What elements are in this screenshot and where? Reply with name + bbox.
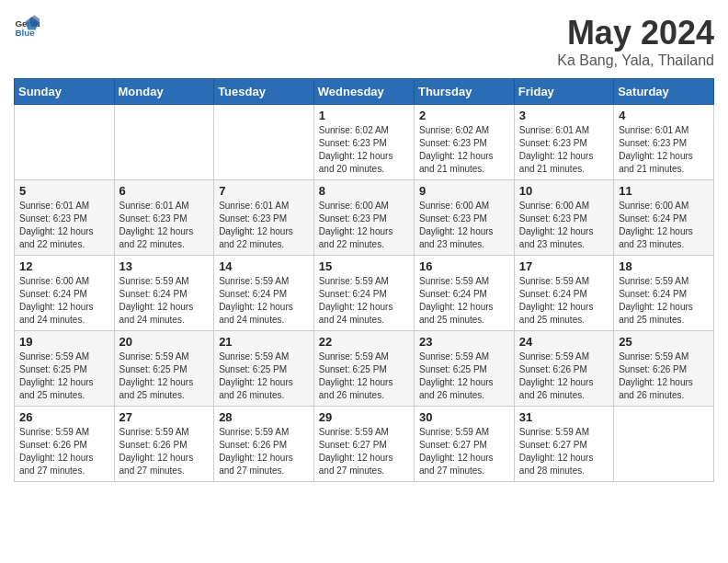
day-number: 28 — [219, 410, 309, 424]
day-info: Sunrise: 5:59 AMSunset: 6:26 PMDaylight:… — [119, 426, 210, 477]
day-number: 19 — [19, 335, 109, 349]
title-block: May 2024 Ka Bang, Yala, Thailand — [557, 14, 714, 69]
calendar-cell: 17Sunrise: 5:59 AMSunset: 6:24 PMDayligh… — [514, 256, 613, 331]
location-title: Ka Bang, Yala, Thailand — [557, 52, 714, 69]
day-number: 26 — [19, 410, 109, 424]
day-info: Sunrise: 5:59 AMSunset: 6:25 PMDaylight:… — [119, 350, 210, 402]
calendar-cell: 25Sunrise: 5:59 AMSunset: 6:26 PMDayligh… — [614, 331, 714, 407]
day-number: 11 — [619, 184, 709, 198]
day-info: Sunrise: 6:01 AMSunset: 6:23 PMDaylight:… — [19, 200, 109, 251]
logo: General Blue — [14, 14, 40, 40]
day-number: 23 — [419, 335, 509, 349]
day-number: 8 — [319, 184, 409, 198]
calendar-cell: 3Sunrise: 6:01 AMSunset: 6:23 PMDaylight… — [514, 105, 613, 180]
day-info: Sunrise: 6:00 AMSunset: 6:23 PMDaylight:… — [519, 200, 609, 251]
calendar-cell: 2Sunrise: 6:02 AMSunset: 6:23 PMDaylight… — [414, 105, 514, 180]
calendar-cell: 24Sunrise: 5:59 AMSunset: 6:26 PMDayligh… — [514, 331, 613, 407]
day-number: 3 — [519, 109, 609, 122]
day-header-wednesday: Wednesday — [313, 79, 414, 105]
day-info: Sunrise: 5:59 AMSunset: 6:27 PMDaylight:… — [519, 426, 609, 477]
day-number: 31 — [519, 410, 609, 424]
calendar-table: SundayMondayTuesdayWednesdayThursdayFrid… — [14, 78, 714, 482]
day-number: 2 — [419, 109, 509, 122]
calendar-cell: 13Sunrise: 5:59 AMSunset: 6:24 PMDayligh… — [114, 256, 214, 331]
day-info: Sunrise: 6:00 AMSunset: 6:24 PMDaylight:… — [619, 200, 709, 251]
calendar-week-row: 1Sunrise: 6:02 AMSunset: 6:23 PMDaylight… — [15, 105, 714, 180]
calendar-cell: 5Sunrise: 6:01 AMSunset: 6:23 PMDaylight… — [15, 180, 115, 256]
day-info: Sunrise: 5:59 AMSunset: 6:27 PMDaylight:… — [319, 426, 409, 477]
day-number: 1 — [319, 109, 409, 122]
calendar-week-row: 26Sunrise: 5:59 AMSunset: 6:26 PMDayligh… — [15, 407, 714, 482]
calendar-cell: 12Sunrise: 6:00 AMSunset: 6:24 PMDayligh… — [15, 256, 115, 331]
logo-icon: General Blue — [14, 14, 40, 40]
calendar-cell: 31Sunrise: 5:59 AMSunset: 6:27 PMDayligh… — [514, 407, 613, 482]
month-title: May 2024 — [557, 14, 714, 52]
day-info: Sunrise: 5:59 AMSunset: 6:24 PMDaylight:… — [319, 275, 409, 327]
calendar-cell: 19Sunrise: 5:59 AMSunset: 6:25 PMDayligh… — [15, 331, 115, 407]
day-info: Sunrise: 6:00 AMSunset: 6:23 PMDaylight:… — [419, 200, 509, 251]
day-number: 16 — [419, 259, 509, 273]
day-info: Sunrise: 5:59 AMSunset: 6:26 PMDaylight:… — [519, 350, 609, 402]
calendar-cell: 27Sunrise: 5:59 AMSunset: 6:26 PMDayligh… — [114, 407, 214, 482]
calendar-cell: 30Sunrise: 5:59 AMSunset: 6:27 PMDayligh… — [414, 407, 514, 482]
calendar-cell — [614, 407, 714, 482]
day-number: 17 — [519, 259, 609, 273]
calendar-header-row: SundayMondayTuesdayWednesdayThursdayFrid… — [15, 79, 714, 105]
calendar-cell: 6Sunrise: 6:01 AMSunset: 6:23 PMDaylight… — [114, 180, 214, 256]
calendar-cell — [15, 105, 115, 180]
page-header: General Blue May 2024 Ka Bang, Yala, Tha… — [14, 14, 714, 69]
day-header-tuesday: Tuesday — [214, 79, 314, 105]
day-number: 21 — [219, 335, 309, 349]
day-info: Sunrise: 5:59 AMSunset: 6:24 PMDaylight:… — [119, 275, 210, 327]
day-info: Sunrise: 5:59 AMSunset: 6:24 PMDaylight:… — [519, 275, 609, 327]
calendar-week-row: 12Sunrise: 6:00 AMSunset: 6:24 PMDayligh… — [15, 256, 714, 331]
calendar-cell: 10Sunrise: 6:00 AMSunset: 6:23 PMDayligh… — [514, 180, 613, 256]
day-number: 6 — [119, 184, 210, 198]
day-number: 18 — [619, 259, 709, 273]
day-number: 24 — [519, 335, 609, 349]
day-info: Sunrise: 5:59 AMSunset: 6:25 PMDaylight:… — [319, 350, 409, 402]
day-header-thursday: Thursday — [414, 79, 514, 105]
day-info: Sunrise: 5:59 AMSunset: 6:26 PMDaylight:… — [219, 426, 309, 477]
calendar-cell: 7Sunrise: 6:01 AMSunset: 6:23 PMDaylight… — [214, 180, 314, 256]
day-header-friday: Friday — [514, 79, 613, 105]
day-info: Sunrise: 5:59 AMSunset: 6:25 PMDaylight:… — [419, 350, 509, 402]
day-number: 7 — [219, 184, 309, 198]
day-number: 14 — [219, 259, 309, 273]
day-info: Sunrise: 5:59 AMSunset: 6:25 PMDaylight:… — [19, 350, 109, 402]
calendar-cell: 20Sunrise: 5:59 AMSunset: 6:25 PMDayligh… — [114, 331, 214, 407]
day-info: Sunrise: 5:59 AMSunset: 6:26 PMDaylight:… — [619, 350, 709, 402]
day-info: Sunrise: 6:00 AMSunset: 6:23 PMDaylight:… — [319, 200, 409, 251]
day-number: 27 — [119, 410, 210, 424]
calendar-cell: 9Sunrise: 6:00 AMSunset: 6:23 PMDaylight… — [414, 180, 514, 256]
day-number: 22 — [319, 335, 409, 349]
calendar-cell: 15Sunrise: 5:59 AMSunset: 6:24 PMDayligh… — [313, 256, 414, 331]
calendar-cell: 23Sunrise: 5:59 AMSunset: 6:25 PMDayligh… — [414, 331, 514, 407]
day-number: 9 — [419, 184, 509, 198]
day-info: Sunrise: 5:59 AMSunset: 6:27 PMDaylight:… — [419, 426, 509, 477]
calendar-cell: 28Sunrise: 5:59 AMSunset: 6:26 PMDayligh… — [214, 407, 314, 482]
day-info: Sunrise: 6:02 AMSunset: 6:23 PMDaylight:… — [319, 124, 409, 176]
calendar-cell: 26Sunrise: 5:59 AMSunset: 6:26 PMDayligh… — [15, 407, 115, 482]
calendar-cell: 1Sunrise: 6:02 AMSunset: 6:23 PMDaylight… — [313, 105, 414, 180]
day-info: Sunrise: 5:59 AMSunset: 6:25 PMDaylight:… — [219, 350, 309, 402]
day-info: Sunrise: 6:00 AMSunset: 6:24 PMDaylight:… — [19, 275, 109, 327]
day-info: Sunrise: 5:59 AMSunset: 6:24 PMDaylight:… — [619, 275, 709, 327]
day-header-monday: Monday — [114, 79, 214, 105]
day-number: 25 — [619, 335, 709, 349]
calendar-cell — [214, 105, 314, 180]
day-number: 12 — [19, 259, 109, 273]
day-header-saturday: Saturday — [614, 79, 714, 105]
day-number: 20 — [119, 335, 210, 349]
calendar-week-row: 5Sunrise: 6:01 AMSunset: 6:23 PMDaylight… — [15, 180, 714, 256]
day-number: 5 — [19, 184, 109, 198]
day-info: Sunrise: 6:01 AMSunset: 6:23 PMDaylight:… — [619, 124, 709, 176]
day-number: 15 — [319, 259, 409, 273]
day-info: Sunrise: 6:01 AMSunset: 6:23 PMDaylight:… — [519, 124, 609, 176]
day-number: 30 — [419, 410, 509, 424]
day-info: Sunrise: 5:59 AMSunset: 6:24 PMDaylight:… — [419, 275, 509, 327]
calendar-cell: 8Sunrise: 6:00 AMSunset: 6:23 PMDaylight… — [313, 180, 414, 256]
calendar-cell: 11Sunrise: 6:00 AMSunset: 6:24 PMDayligh… — [614, 180, 714, 256]
day-number: 13 — [119, 259, 210, 273]
day-header-sunday: Sunday — [15, 79, 115, 105]
